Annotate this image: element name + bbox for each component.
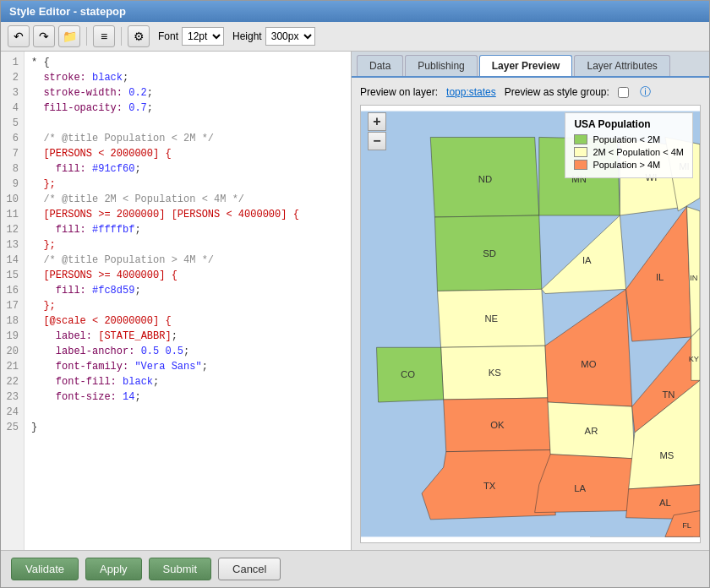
- svg-text:ND: ND: [478, 174, 492, 184]
- undo-button[interactable]: ↶: [8, 25, 30, 47]
- bottom-bar: Validate Apply Submit Cancel: [1, 550, 709, 587]
- legend-item-1: Population < 2M: [574, 134, 684, 144]
- separator-1: [86, 27, 87, 46]
- map-controls: + −: [368, 112, 386, 150]
- preview-layer-link[interactable]: topp:states: [446, 86, 496, 98]
- tab-data[interactable]: Data: [357, 55, 403, 76]
- legend-swatch-2: [574, 147, 587, 157]
- tab-layer-attributes[interactable]: Layer Attributes: [574, 55, 669, 76]
- tab-bar: Data Publishing Layer Preview Layer Attr…: [352, 52, 709, 78]
- redo-button[interactable]: ↷: [33, 25, 55, 47]
- legend-swatch-1: [574, 134, 587, 144]
- preview-panel: Data Publishing Layer Preview Layer Attr…: [352, 52, 709, 550]
- preview-layer-label: Preview on layer:: [360, 86, 438, 98]
- separator-2: [121, 27, 122, 46]
- height-label: Height: [232, 30, 262, 42]
- apply-button[interactable]: Apply: [85, 558, 142, 580]
- window-title: Style Editor - statepop: [9, 5, 126, 18]
- zoom-out-button[interactable]: −: [368, 132, 386, 150]
- svg-text:CO: CO: [401, 369, 415, 379]
- svg-text:LA: LA: [574, 483, 586, 493]
- svg-text:SD: SD: [483, 248, 496, 259]
- height-select[interactable]: 300px 400px 500px: [265, 27, 315, 46]
- validate-button[interactable]: Validate: [11, 558, 79, 580]
- svg-text:IN: IN: [690, 274, 697, 282]
- svg-text:MS: MS: [659, 450, 674, 460]
- legend-label-2: 2M < Population < 4M: [593, 147, 684, 157]
- preview-group-label: Preview as style group:: [505, 86, 609, 98]
- map-container: + − USA Population Population < 2M 2M < …: [360, 105, 701, 543]
- svg-text:IL: IL: [656, 272, 664, 282]
- svg-text:AL: AL: [659, 498, 671, 508]
- svg-text:OK: OK: [490, 420, 505, 430]
- svg-text:AR: AR: [585, 426, 598, 436]
- preview-group-checkbox[interactable]: [618, 87, 629, 98]
- svg-text:TX: TX: [483, 481, 496, 491]
- legend-label-3: Population > 4M: [593, 160, 660, 170]
- svg-text:MO: MO: [581, 359, 596, 369]
- font-label: Font: [158, 30, 178, 42]
- svg-text:KY: KY: [689, 355, 699, 363]
- preview-content: Preview on layer: topp:states Preview as…: [352, 78, 709, 550]
- help-icon[interactable]: ⓘ: [640, 84, 651, 100]
- zoom-in-button[interactable]: +: [368, 112, 386, 131]
- legend-label-1: Population < 2M: [593, 134, 660, 144]
- line-numbers: 1234567891011121314151617181920212223242…: [1, 52, 25, 550]
- tab-layer-preview[interactable]: Layer Preview: [479, 55, 573, 76]
- svg-text:FL: FL: [682, 521, 691, 530]
- legend-item-2: 2M < Population < 4M: [574, 147, 684, 157]
- legend-item-3: Population > 4M: [574, 160, 684, 170]
- code-content[interactable]: * { stroke: black; stroke-width: 0.2; fi…: [25, 52, 351, 550]
- legend: USA Population Population < 2M 2M < Popu…: [565, 112, 693, 178]
- code-area: 1234567891011121314151617181920212223242…: [1, 52, 351, 550]
- preview-controls: Preview on layer: topp:states Preview as…: [360, 84, 701, 100]
- editor-panel[interactable]: 1234567891011121314151617181920212223242…: [1, 52, 352, 550]
- svg-text:KS: KS: [489, 368, 502, 378]
- settings-button[interactable]: ⚙: [128, 25, 150, 47]
- main-window: Style Editor - statepop ↶ ↷ 📁 ≡ ⚙ Font 1…: [0, 0, 710, 588]
- tab-publishing[interactable]: Publishing: [405, 55, 477, 76]
- main-content: 1234567891011121314151617181920212223242…: [1, 52, 709, 550]
- font-size-select[interactable]: 12pt 10pt 14pt: [182, 27, 224, 46]
- title-bar: Style Editor - statepop: [1, 1, 709, 22]
- legend-swatch-3: [574, 160, 587, 170]
- legend-title: USA Population: [574, 118, 684, 130]
- cancel-button[interactable]: Cancel: [218, 558, 281, 580]
- svg-text:IA: IA: [582, 255, 592, 265]
- submit-button[interactable]: Submit: [149, 558, 211, 580]
- svg-text:NE: NE: [484, 313, 498, 324]
- format-button[interactable]: ≡: [93, 25, 115, 47]
- toolbar: ↶ ↷ 📁 ≡ ⚙ Font 12pt 10pt 14pt Height 300…: [1, 22, 709, 52]
- svg-text:TN: TN: [662, 389, 674, 400]
- open-button[interactable]: 📁: [58, 25, 80, 47]
